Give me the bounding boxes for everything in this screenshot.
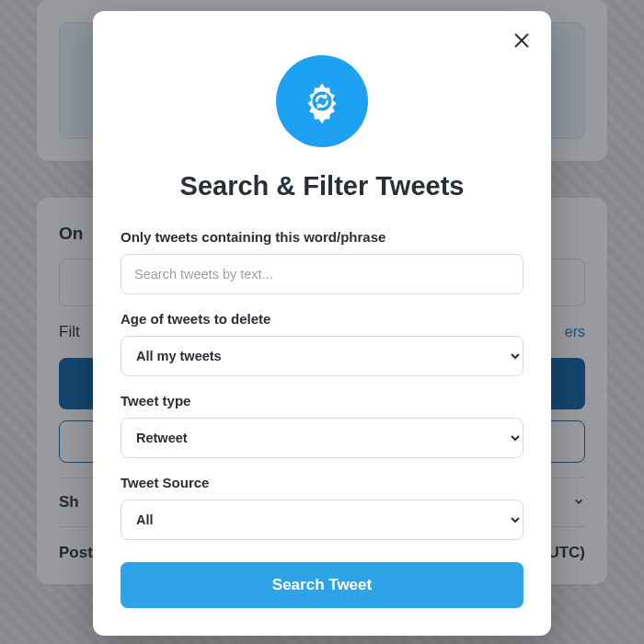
source-label: Tweet Source [121, 475, 523, 490]
close-icon [512, 30, 532, 51]
modal-title: Search & Filter Tweets [121, 171, 523, 201]
age-label: Age of tweets to delete [121, 311, 523, 327]
hero-icon-circle [276, 55, 368, 147]
word-phrase-group: Only tweets containing this word/phrase [121, 229, 523, 294]
tweet-type-group: Tweet type Retweet [121, 393, 523, 458]
source-select[interactable]: All [121, 500, 523, 540]
search-filter-modal: Search & Filter Tweets Only tweets conta… [93, 11, 551, 636]
source-group: Tweet Source All [121, 475, 523, 540]
word-phrase-label: Only tweets containing this word/phrase [121, 229, 523, 245]
tweet-type-select[interactable]: Retweet [121, 418, 523, 458]
age-group: Age of tweets to delete All my tweets [121, 311, 523, 376]
tweet-type-label: Tweet type [121, 393, 523, 408]
age-select[interactable]: All my tweets [121, 336, 523, 376]
word-phrase-input[interactable] [121, 254, 523, 294]
close-button[interactable] [509, 28, 535, 53]
search-tweet-button[interactable]: Search Tweet [121, 562, 523, 608]
gear-sync-icon [298, 77, 346, 125]
svg-point-2 [312, 91, 331, 110]
